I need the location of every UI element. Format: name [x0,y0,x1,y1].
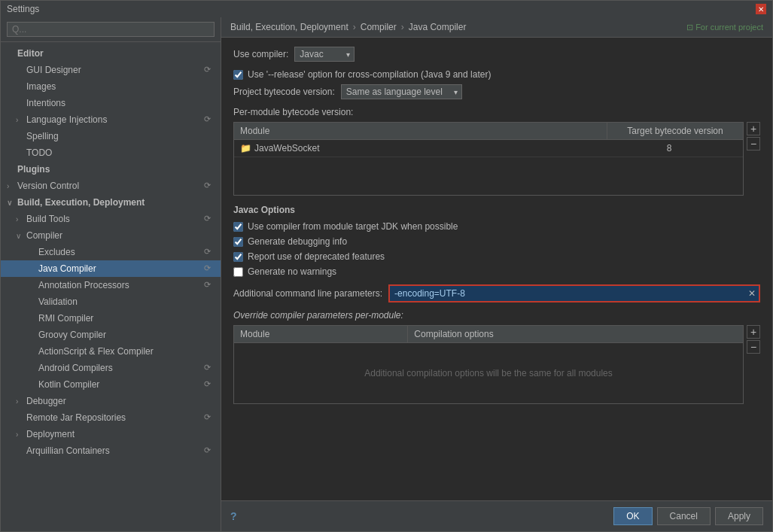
use-compiler-label: Use compiler: [233,49,288,59]
sidebar-item-groovy-compiler[interactable]: Groovy Compiler [1,327,221,343]
sync-icon: ⟳ [204,247,215,257]
sidebar-label: Plugins [17,164,50,175]
sidebar-label: Language Injections [26,114,107,125]
use-compiler-row: Use compiler: Javac Eclipse Ajc [233,47,760,62]
sidebar-item-android[interactable]: Android Compilers ⟳ [1,360,221,376]
deprecated-row: Report use of deprecated features [233,251,760,262]
sidebar-label: Images [26,81,56,92]
release-option-checkbox[interactable] [233,70,243,80]
bytecode-select-wrapper: Same as language level 8 9 11 17 [341,84,462,99]
sidebar-item-deployment[interactable]: › Deployment [1,426,221,442]
sidebar-label: Annotation Processors [38,280,129,290]
deprecated-label: Report use of deprecated features [248,251,385,262]
sidebar-item-rmi-compiler[interactable]: RMI Compiler [1,310,221,327]
sidebar-label: Groovy Compiler [38,330,106,340]
sidebar-label: Compiler [26,230,62,241]
no-warnings-checkbox[interactable] [233,267,243,277]
params-clear-button[interactable]: ✕ [747,288,757,299]
sidebar-label: Build Tools [26,214,70,224]
module-table: Module Target bytecode version 📁 JavaWeb… [233,122,744,196]
sidebar-item-remote-jar[interactable]: Remote Jar Repositories ⟳ [1,409,221,426]
ok-button[interactable]: OK [613,507,652,525]
sync-icon: ⟳ [204,181,215,191]
bytecode-version-row: Project bytecode version: Same as langua… [233,84,760,99]
window-title: Settings [7,4,39,14]
module-name: JavaWebSocket [254,143,320,154]
bytecode-select[interactable]: Same as language level 8 9 11 17 [341,84,462,99]
sidebar-item-spelling[interactable]: Spelling [1,128,221,144]
sidebar-label: TODO [26,147,52,158]
sidebar-item-todo[interactable]: TODO [1,144,221,161]
deprecated-checkbox[interactable] [233,252,243,262]
override-action-buttons: + − [747,325,760,354]
sidebar-item-gui-designer[interactable]: GUI Designer ⟳ [1,62,221,78]
folder-icon: 📁 [240,143,251,154]
javac-options-title: Javac Options [233,205,760,215]
sidebar-item-annotation-processors[interactable]: Annotation Processors ⟳ [1,277,221,293]
help-button[interactable]: ? [230,510,237,522]
sync-icon: ⟳ [204,412,215,423]
bytecode-version-label: Project bytecode version: [233,87,335,97]
sidebar-item-language-injections[interactable]: › Language Injections ⟳ [1,111,221,128]
sidebar-item-excludes[interactable]: Excludes ⟳ [1,244,221,260]
sidebar-item-build-tools[interactable]: › Build Tools ⟳ [1,211,221,227]
compiler-select-wrapper: Javac Eclipse Ajc [294,47,355,62]
debug-checkbox[interactable] [233,237,243,247]
apply-button[interactable]: Apply [715,507,763,525]
sidebar-label: Validation [38,296,78,307]
remove-module-button[interactable]: − [747,137,760,150]
breadcrumb-part2: Compiler [361,22,397,32]
override-label-text: Override compiler parameters per-module: [233,310,403,321]
table-row[interactable]: 📁 JavaWebSocket 8 [234,140,743,157]
additional-params-input[interactable] [390,286,759,301]
sidebar-label: Editor [17,48,44,59]
sidebar: Editor GUI Designer ⟳ Images Intentions … [1,17,221,531]
arrow-icon: › [16,116,25,124]
module-target-row: Use compiler from module target JDK when… [233,221,760,232]
override-module-header: Module [234,326,408,342]
close-button[interactable]: ✕ [756,4,766,14]
module-target-checkbox[interactable] [233,222,243,232]
sidebar-label: Debugger [26,396,66,406]
sidebar-item-validation[interactable]: Validation [1,293,221,310]
sidebar-item-images[interactable]: Images [1,78,221,95]
sidebar-item-version-control[interactable]: › Version Control ⟳ [1,178,221,194]
sidebar-item-actionscript[interactable]: ActionScript & Flex Compiler [1,343,221,360]
arrow-icon: › [16,397,25,406]
bottom-bar: ? OK Cancel Apply [221,500,772,531]
sidebar-item-arquillian[interactable]: Arquillian Containers ⟳ [1,442,221,459]
override-label: Override compiler parameters per-module: [233,310,760,321]
target-col-header: Target bytecode version [607,123,743,139]
sidebar-item-editor[interactable]: Editor [1,45,221,62]
add-module-button[interactable]: + [747,122,760,135]
remove-override-button[interactable]: − [747,340,760,354]
sidebar-item-kotlin-compiler[interactable]: Kotlin Compiler ⟳ [1,376,221,393]
cancel-button[interactable]: Cancel [657,507,711,525]
title-bar: Settings ✕ [1,1,772,17]
search-input[interactable] [7,22,215,37]
per-module-section: Module Target bytecode version 📁 JavaWeb… [233,122,760,196]
sync-icon: ⟳ [204,363,215,373]
sidebar-label: ActionScript & Flex Compiler [38,346,154,357]
override-empty-text: Additional compilation options will be t… [234,343,743,403]
override-compilation-header: Compilation options [408,326,743,342]
override-empty-label: Additional compilation options will be t… [364,368,613,378]
debug-row: Generate debugging info [233,236,760,247]
sidebar-item-compiler[interactable]: ∨ Compiler [1,227,221,244]
compiler-select[interactable]: Javac Eclipse Ajc [294,47,355,62]
add-override-button[interactable]: + [747,325,760,339]
sidebar-item-debugger[interactable]: › Debugger [1,393,221,409]
sidebar-label: Intentions [26,98,65,108]
params-input-wrapper: ✕ [388,284,760,302]
no-warnings-label: Generate no warnings [248,266,336,277]
module-target-label: Use compiler from module target JDK when… [248,221,458,232]
sidebar-item-intentions[interactable]: Intentions [1,95,221,111]
sidebar-label: Excludes [38,247,75,257]
collapse-arrow-icon: ∨ [16,232,25,240]
sidebar-label: Java Compiler [38,263,96,274]
sidebar-item-build-execution[interactable]: ∨ Build, Execution, Deployment [1,194,221,211]
sidebar-item-java-compiler[interactable]: Java Compiler ⟳ [1,260,221,277]
right-panel: Build, Execution, Deployment › Compiler … [221,17,772,531]
breadcrumb-part1: Build, Execution, Deployment [230,22,348,32]
sidebar-item-plugins[interactable]: Plugins [1,161,221,178]
